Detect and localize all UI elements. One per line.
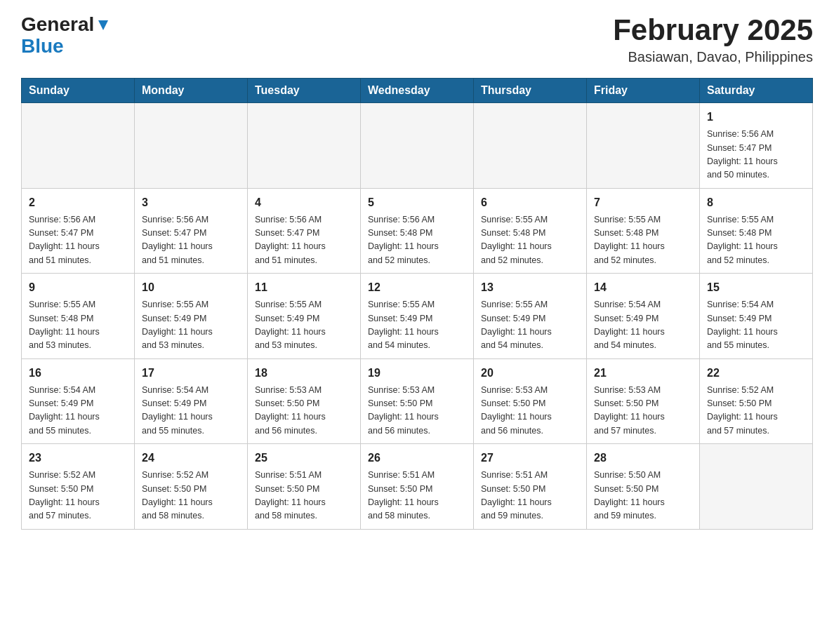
- day-number: 26: [368, 450, 466, 467]
- calendar-cell: 24Sunrise: 5:52 AMSunset: 5:50 PMDayligh…: [135, 444, 248, 530]
- day-info: Sunrise: 5:54 AMSunset: 5:49 PMDaylight:…: [594, 298, 692, 353]
- day-number: 19: [368, 365, 466, 382]
- day-number: 17: [142, 365, 240, 382]
- calendar-cell: 12Sunrise: 5:55 AMSunset: 5:49 PMDayligh…: [361, 274, 474, 359]
- day-number: 25: [255, 450, 353, 467]
- calendar-cell: 1Sunrise: 5:56 AMSunset: 5:47 PMDaylight…: [700, 103, 813, 189]
- day-number: 3: [142, 194, 240, 211]
- day-number: 13: [481, 279, 579, 296]
- day-number: 14: [594, 279, 692, 296]
- calendar-cell: 15Sunrise: 5:54 AMSunset: 5:49 PMDayligh…: [700, 274, 813, 359]
- calendar-cell: 26Sunrise: 5:51 AMSunset: 5:50 PMDayligh…: [361, 444, 474, 530]
- calendar-cell: 7Sunrise: 5:55 AMSunset: 5:48 PMDaylight…: [587, 188, 700, 274]
- day-number: 10: [142, 279, 240, 296]
- calendar-cell: 6Sunrise: 5:55 AMSunset: 5:48 PMDaylight…: [474, 188, 587, 274]
- calendar-table: SundayMondayTuesdayWednesdayThursdayFrid…: [21, 78, 813, 530]
- day-number: 12: [368, 279, 466, 296]
- day-number: 1: [707, 109, 805, 126]
- day-info: Sunrise: 5:55 AMSunset: 5:48 PMDaylight:…: [481, 213, 579, 268]
- calendar-header: SundayMondayTuesdayWednesdayThursdayFrid…: [22, 79, 813, 103]
- day-info: Sunrise: 5:52 AMSunset: 5:50 PMDaylight:…: [707, 384, 805, 438]
- day-info: Sunrise: 5:52 AMSunset: 5:50 PMDaylight:…: [29, 469, 127, 523]
- calendar-cell: 10Sunrise: 5:55 AMSunset: 5:49 PMDayligh…: [135, 274, 248, 359]
- day-number: 16: [29, 365, 127, 382]
- calendar-cell: 21Sunrise: 5:53 AMSunset: 5:50 PMDayligh…: [587, 358, 700, 444]
- calendar-cell: 27Sunrise: 5:51 AMSunset: 5:50 PMDayligh…: [474, 444, 587, 530]
- calendar-cell: 2Sunrise: 5:56 AMSunset: 5:47 PMDaylight…: [22, 188, 135, 274]
- calendar-cell: [474, 103, 587, 189]
- day-info: Sunrise: 5:55 AMSunset: 5:48 PMDaylight:…: [707, 213, 805, 268]
- weekday-header-monday: Monday: [135, 79, 248, 103]
- day-number: 24: [142, 450, 240, 467]
- day-number: 4: [255, 194, 353, 211]
- day-info: Sunrise: 5:55 AMSunset: 5:48 PMDaylight:…: [594, 213, 692, 268]
- day-info: Sunrise: 5:56 AMSunset: 5:47 PMDaylight:…: [29, 213, 127, 268]
- calendar-cell: 16Sunrise: 5:54 AMSunset: 5:49 PMDayligh…: [22, 358, 135, 444]
- day-number: 20: [481, 365, 579, 382]
- day-number: 18: [255, 365, 353, 382]
- calendar-week-row: 1Sunrise: 5:56 AMSunset: 5:47 PMDaylight…: [22, 103, 813, 189]
- weekday-header-thursday: Thursday: [474, 79, 587, 103]
- day-info: Sunrise: 5:56 AMSunset: 5:48 PMDaylight:…: [368, 213, 466, 268]
- weekday-header-sunday: Sunday: [22, 79, 135, 103]
- day-info: Sunrise: 5:54 AMSunset: 5:49 PMDaylight:…: [29, 384, 127, 438]
- day-info: Sunrise: 5:55 AMSunset: 5:49 PMDaylight:…: [481, 298, 579, 353]
- day-number: 21: [594, 365, 692, 382]
- calendar-cell: 23Sunrise: 5:52 AMSunset: 5:50 PMDayligh…: [22, 444, 135, 530]
- day-info: Sunrise: 5:56 AMSunset: 5:47 PMDaylight:…: [707, 128, 805, 182]
- day-info: Sunrise: 5:53 AMSunset: 5:50 PMDaylight:…: [255, 384, 353, 438]
- day-info: Sunrise: 5:54 AMSunset: 5:49 PMDaylight:…: [142, 384, 240, 438]
- svg-marker-0: [98, 20, 108, 30]
- calendar-cell: 19Sunrise: 5:53 AMSunset: 5:50 PMDayligh…: [361, 358, 474, 444]
- day-info: Sunrise: 5:51 AMSunset: 5:50 PMDaylight:…: [255, 469, 353, 523]
- calendar-cell: 17Sunrise: 5:54 AMSunset: 5:49 PMDayligh…: [135, 358, 248, 444]
- weekday-header-wednesday: Wednesday: [361, 79, 474, 103]
- calendar-cell: [700, 444, 813, 530]
- day-info: Sunrise: 5:51 AMSunset: 5:50 PMDaylight:…: [481, 469, 579, 523]
- calendar-week-row: 9Sunrise: 5:55 AMSunset: 5:48 PMDaylight…: [22, 274, 813, 359]
- day-number: 6: [481, 194, 579, 211]
- calendar-cell: 9Sunrise: 5:55 AMSunset: 5:48 PMDaylight…: [22, 274, 135, 359]
- day-number: 5: [368, 194, 466, 211]
- calendar-cell: 20Sunrise: 5:53 AMSunset: 5:50 PMDayligh…: [474, 358, 587, 444]
- day-number: 28: [594, 450, 692, 467]
- day-info: Sunrise: 5:53 AMSunset: 5:50 PMDaylight:…: [481, 384, 579, 438]
- day-info: Sunrise: 5:55 AMSunset: 5:48 PMDaylight:…: [29, 298, 127, 353]
- day-number: 9: [29, 279, 127, 296]
- day-info: Sunrise: 5:53 AMSunset: 5:50 PMDaylight:…: [368, 384, 466, 438]
- calendar-cell: 25Sunrise: 5:51 AMSunset: 5:50 PMDayligh…: [248, 444, 361, 530]
- day-info: Sunrise: 5:52 AMSunset: 5:50 PMDaylight:…: [142, 469, 240, 523]
- day-info: Sunrise: 5:50 AMSunset: 5:50 PMDaylight:…: [594, 469, 692, 523]
- calendar-cell: [135, 103, 248, 189]
- calendar-cell: 14Sunrise: 5:54 AMSunset: 5:49 PMDayligh…: [587, 274, 700, 359]
- weekday-header-saturday: Saturday: [700, 79, 813, 103]
- day-number: 11: [255, 279, 353, 296]
- day-number: 15: [707, 279, 805, 296]
- day-info: Sunrise: 5:56 AMSunset: 5:47 PMDaylight:…: [142, 213, 240, 268]
- day-number: 22: [707, 365, 805, 382]
- weekday-header-friday: Friday: [587, 79, 700, 103]
- calendar-cell: 8Sunrise: 5:55 AMSunset: 5:48 PMDaylight…: [700, 188, 813, 274]
- calendar-cell: 28Sunrise: 5:50 AMSunset: 5:50 PMDayligh…: [587, 444, 700, 530]
- day-number: 2: [29, 194, 127, 211]
- logo-general-text: General: [21, 14, 94, 36]
- day-number: 7: [594, 194, 692, 211]
- title-area: February 2025 Basiawan, Davao, Philippin…: [613, 14, 813, 65]
- logo: General Blue: [21, 14, 111, 58]
- logo-triangle-icon: [95, 18, 111, 33]
- calendar-cell: 22Sunrise: 5:52 AMSunset: 5:50 PMDayligh…: [700, 358, 813, 444]
- location-title: Basiawan, Davao, Philippines: [613, 49, 813, 65]
- day-info: Sunrise: 5:51 AMSunset: 5:50 PMDaylight:…: [368, 469, 466, 523]
- month-title: February 2025: [613, 14, 813, 46]
- day-info: Sunrise: 5:55 AMSunset: 5:49 PMDaylight:…: [368, 298, 466, 353]
- calendar-week-row: 2Sunrise: 5:56 AMSunset: 5:47 PMDaylight…: [22, 188, 813, 274]
- day-info: Sunrise: 5:55 AMSunset: 5:49 PMDaylight:…: [142, 298, 240, 353]
- calendar-cell: 13Sunrise: 5:55 AMSunset: 5:49 PMDayligh…: [474, 274, 587, 359]
- calendar-body: 1Sunrise: 5:56 AMSunset: 5:47 PMDaylight…: [22, 103, 813, 530]
- calendar-cell: [587, 103, 700, 189]
- day-info: Sunrise: 5:55 AMSunset: 5:49 PMDaylight:…: [255, 298, 353, 353]
- calendar-cell: 18Sunrise: 5:53 AMSunset: 5:50 PMDayligh…: [248, 358, 361, 444]
- day-number: 23: [29, 450, 127, 467]
- page-header: General Blue February 2025 Basiawan, Dav…: [21, 14, 813, 65]
- day-info: Sunrise: 5:54 AMSunset: 5:49 PMDaylight:…: [707, 298, 805, 353]
